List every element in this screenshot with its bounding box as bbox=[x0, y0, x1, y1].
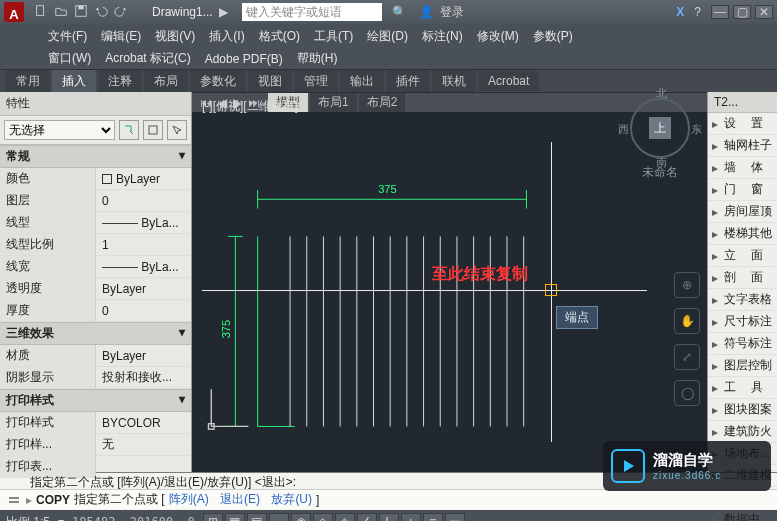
svg-rect-0 bbox=[37, 5, 44, 15]
drawing-canvas[interactable]: 375 375 bbox=[202, 142, 647, 442]
property-value[interactable]: ——— ByLa... bbox=[96, 212, 192, 234]
property-label: 打印样式 bbox=[0, 412, 96, 434]
ribbon-tab[interactable]: 视图 bbox=[248, 70, 292, 93]
svg-rect-2 bbox=[78, 5, 83, 9]
collapse-icon[interactable]: ▾ bbox=[179, 392, 185, 409]
property-label: 图层 bbox=[0, 190, 96, 212]
collapse-icon[interactable]: ▾ bbox=[179, 325, 185, 342]
property-value[interactable]: 1 bbox=[96, 234, 192, 256]
property-label: 材质 bbox=[0, 345, 96, 367]
pickbox bbox=[545, 284, 557, 296]
document-title: Drawing1... bbox=[152, 5, 213, 19]
menu-item[interactable]: 编辑(E) bbox=[101, 28, 141, 45]
dyn-icon[interactable]: + bbox=[401, 513, 421, 521]
osnap-icon[interactable]: ◇ bbox=[313, 513, 333, 521]
toolpalette-item[interactable]: ▸设 置 bbox=[708, 113, 777, 135]
grid-icon[interactable]: ▤ bbox=[247, 513, 267, 521]
quick-select-icon[interactable] bbox=[119, 120, 139, 140]
property-group-header[interactable]: 打印样式▾ bbox=[0, 389, 191, 412]
status-scale[interactable]: 比例 1:5 bbox=[6, 514, 50, 522]
cmd-option-undo[interactable]: 放弃(U) bbox=[271, 491, 312, 508]
properties-title: 特性 bbox=[0, 92, 191, 116]
property-value[interactable]: ByLayer bbox=[96, 168, 192, 190]
watermark-brand: 溜溜自学 zixue.3d66.c bbox=[603, 441, 771, 491]
chevron-right-icon: ▸ bbox=[712, 183, 720, 197]
svg-rect-3 bbox=[149, 126, 157, 134]
menu-item[interactable]: 帮助(H) bbox=[297, 50, 338, 67]
menu-item[interactable]: 标注(N) bbox=[422, 28, 463, 45]
quick-access-toolbar bbox=[34, 4, 128, 21]
open-icon[interactable] bbox=[54, 4, 68, 21]
menu-item[interactable]: 插入(I) bbox=[209, 28, 244, 45]
cmd-option-exit[interactable]: 退出(E) bbox=[220, 491, 260, 508]
scale-dropdown-icon[interactable]: ▾ bbox=[58, 515, 64, 521]
ribbon-tab[interactable]: Acrobat bbox=[478, 71, 539, 91]
ribbon-tab[interactable]: 插入 bbox=[52, 70, 96, 93]
ducs-icon[interactable]: L bbox=[379, 513, 399, 521]
layout-tab[interactable]: 布局1 bbox=[310, 93, 357, 112]
binoculars-icon[interactable]: 🔍 bbox=[392, 5, 407, 19]
user-icon[interactable]: 👤 bbox=[419, 5, 434, 19]
menu-item[interactable]: 视图(V) bbox=[155, 28, 195, 45]
menu-item[interactable]: 绘图(D) bbox=[367, 28, 408, 45]
search-input[interactable]: 键入关键字或短语 bbox=[242, 3, 382, 21]
ribbon-tab[interactable]: 联机 bbox=[432, 70, 476, 93]
save-icon[interactable] bbox=[74, 4, 88, 21]
menu-item[interactable]: Acrobat 标记(C) bbox=[105, 50, 190, 67]
menu-item[interactable]: 参数(P) bbox=[533, 28, 573, 45]
new-icon[interactable] bbox=[34, 4, 48, 21]
property-value[interactable]: ByLayer bbox=[96, 278, 192, 300]
property-label: 线型比例 bbox=[0, 234, 96, 256]
3dosnap-icon[interactable]: ◈ bbox=[335, 513, 355, 521]
undo-icon[interactable] bbox=[94, 4, 108, 21]
ribbon-tab[interactable]: 常用 bbox=[6, 70, 50, 93]
play-icon bbox=[611, 449, 645, 483]
property-value[interactable]: ——— ByLa... bbox=[96, 256, 192, 278]
ribbon-tab[interactable]: 参数化 bbox=[190, 70, 246, 93]
menu-item[interactable]: 修改(M) bbox=[477, 28, 519, 45]
close-button[interactable]: ✕ bbox=[755, 5, 773, 19]
minimize-button[interactable]: — bbox=[711, 5, 729, 19]
menu-item[interactable]: 窗口(W) bbox=[48, 50, 91, 67]
ribbon-tab[interactable]: 管理 bbox=[294, 70, 338, 93]
snap-icon[interactable]: ▦ bbox=[225, 513, 245, 521]
ribbon-tab[interactable]: 输出 bbox=[340, 70, 384, 93]
property-group-header[interactable]: 常规▾ bbox=[0, 145, 191, 168]
property-value[interactable]: 0 bbox=[96, 300, 192, 322]
menu-item[interactable]: 文件(F) bbox=[48, 28, 87, 45]
pickadd-icon[interactable] bbox=[143, 120, 163, 140]
property-group-header[interactable]: 三维效果▾ bbox=[0, 322, 191, 345]
property-value[interactable]: 0 bbox=[96, 190, 192, 212]
lwt-icon[interactable]: ≡ bbox=[423, 513, 443, 521]
osnap-tooltip: 端点 bbox=[556, 306, 598, 329]
viewport-label[interactable]: [-][俯视][二维线框] bbox=[202, 98, 298, 115]
property-value[interactable]: BYCOLOR bbox=[96, 412, 192, 434]
infer-icon[interactable]: ⊞ bbox=[203, 513, 223, 521]
ribbon-tab[interactable]: 插件 bbox=[386, 70, 430, 93]
property-label: 颜色 bbox=[0, 168, 96, 190]
ribbon-tab[interactable]: 注释 bbox=[98, 70, 142, 93]
exchange-icon[interactable]: X bbox=[676, 5, 684, 19]
ortho-icon[interactable]: ⌐ bbox=[269, 513, 289, 521]
menu-item[interactable]: 工具(T) bbox=[314, 28, 353, 45]
maximize-button[interactable]: ▢ bbox=[733, 5, 751, 19]
toolpalette-item[interactable]: ▸轴网柱子 bbox=[708, 135, 777, 157]
select-objects-icon[interactable] bbox=[167, 120, 187, 140]
collapse-icon[interactable]: ▾ bbox=[179, 148, 185, 165]
play-icon[interactable]: ▶ bbox=[219, 5, 228, 19]
ribbon-tab[interactable]: 布局 bbox=[144, 70, 188, 93]
redo-icon[interactable] bbox=[114, 4, 128, 21]
property-value[interactable]: 无 bbox=[96, 434, 192, 456]
property-value[interactable]: ByLayer bbox=[96, 345, 192, 367]
menu-item[interactable]: Adobe PDF(B) bbox=[205, 52, 283, 66]
otrack-icon[interactable]: ∠ bbox=[357, 513, 377, 521]
help-icon[interactable]: ? bbox=[694, 5, 701, 19]
layout-tab[interactable]: 布局2 bbox=[359, 93, 406, 112]
selection-dropdown[interactable]: 无选择 bbox=[4, 120, 115, 140]
cmd-option-array[interactable]: 阵列(A) bbox=[169, 491, 209, 508]
menu-item[interactable]: 格式(O) bbox=[259, 28, 300, 45]
tpy-icon[interactable]: ▭ bbox=[445, 513, 465, 521]
property-value[interactable]: 投射和接收... bbox=[96, 367, 192, 389]
polar-icon[interactable]: ◉ bbox=[291, 513, 311, 521]
login-link[interactable]: 登录 bbox=[440, 4, 464, 21]
